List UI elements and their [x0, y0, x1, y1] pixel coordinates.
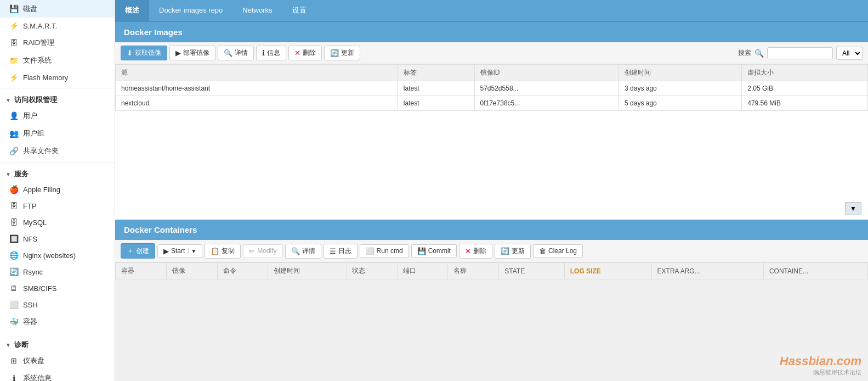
- refresh-image-button[interactable]: 🔄 更新: [324, 46, 360, 60]
- run-cmd-button[interactable]: ⬜ Run cmd: [360, 244, 409, 258]
- sidebar-item-nfs[interactable]: 🔲 NFS: [0, 231, 115, 247]
- sidebar-item-mysql[interactable]: 🗄 MySQL: [0, 214, 115, 231]
- deploy-image-button[interactable]: ▶ 部署镜像: [169, 46, 215, 60]
- rsync-icon: 🔄: [9, 267, 19, 276]
- sidebar-item-disk[interactable]: 💾 磁盘: [0, 0, 115, 18]
- col-state: STATE: [499, 263, 564, 279]
- refresh-icon: 🔄: [330, 49, 339, 57]
- start-container-button[interactable]: ▶ Start ▼: [157, 244, 202, 258]
- cell-virtualsize: 2.05 GiB: [742, 81, 868, 96]
- create-container-button[interactable]: ＋ 创建: [121, 243, 155, 259]
- sidebar-item-raid[interactable]: 🗄 RAID管理: [0, 34, 115, 52]
- divider-2: [0, 162, 115, 163]
- docker-containers-table: 容器 镜像 命令 创建时间 状态 端口 名称 STATE LOG SIZE EX…: [115, 262, 868, 279]
- copy-container-button[interactable]: 📋 复制: [205, 244, 241, 259]
- sidebar: 💾 磁盘 ⚡ S.M.A.R.T. 🗄 RAID管理 📁 文件系统 ⚡ Flas…: [0, 0, 115, 381]
- mysql-icon: 🗄: [9, 218, 19, 227]
- ftp-icon: 🗄: [9, 201, 19, 210]
- dashboard-icon: ⊞: [9, 356, 19, 365]
- log-icon: ☰: [330, 247, 336, 255]
- sidebar-item-filesystem[interactable]: 📁 文件系统: [0, 52, 115, 69]
- sidebar-group-services[interactable]: ▼ 服务: [0, 165, 115, 181]
- docker-images-table: 源 标签 镜像ID 创建时间 虚拟大小 homeassistant/home-a…: [115, 64, 868, 111]
- sidebar-group-diagnostics[interactable]: ▼ 诊断: [0, 335, 115, 352]
- search-select[interactable]: All: [836, 47, 863, 60]
- col-logsize: LOG SIZE: [564, 263, 651, 279]
- plus-icon: ＋: [127, 246, 134, 256]
- commit-button[interactable]: 💾 Commit: [411, 244, 457, 258]
- filesystem-icon: 📁: [9, 56, 19, 65]
- cell-imageid: 0f17e738c5...: [474, 96, 619, 111]
- collapse-area: ▼: [115, 132, 868, 220]
- docker-containers-header: Docker Containers: [115, 220, 868, 240]
- play-icon-2: ▶: [163, 247, 169, 255]
- search-input[interactable]: [767, 47, 833, 59]
- clear-log-button[interactable]: 🗑 Clear Log: [533, 244, 583, 258]
- dropdown-arrow-icon[interactable]: ▼: [188, 248, 196, 254]
- sidebar-item-flash-memory[interactable]: ⚡ Flash Memory: [0, 69, 115, 86]
- sidebar-item-user-groups[interactable]: 👥 用户组: [0, 125, 115, 142]
- docker-containers-section: Docker Containers ＋ 创建 ▶ Start ▼ 📋 复制 ✏: [115, 220, 868, 279]
- terminal-icon: ⬜: [366, 247, 375, 255]
- sidebar-item-shared-folder[interactable]: 🔗 共享文件夹: [0, 142, 115, 160]
- sidebar-group-access-control[interactable]: ▼ 访问权限管理: [0, 91, 115, 107]
- trash-icon: 🗑: [539, 247, 546, 255]
- delete-icon-2: ✕: [465, 247, 471, 255]
- col-ports: 端口: [397, 263, 448, 279]
- play-icon: ▶: [175, 49, 181, 57]
- sidebar-item-dashboard[interactable]: ⊞ 仪表盘: [0, 352, 115, 369]
- delete-image-button[interactable]: ✕ 删除: [288, 46, 322, 60]
- sidebar-item-smart[interactable]: ⚡ S.M.A.R.T.: [0, 18, 115, 34]
- table-row[interactable]: homeassistant/home-assistant latest 57d5…: [116, 81, 868, 96]
- sidebar-item-container[interactable]: 🐳 容器: [0, 313, 115, 330]
- tab-overview[interactable]: 概述: [115, 0, 149, 21]
- flash-icon: ⚡: [9, 73, 19, 82]
- col-container: 容器: [116, 263, 167, 279]
- col-created: 创建时间: [268, 263, 346, 279]
- main-panel: 概述 Docker images repo Networks 设置 Docker…: [115, 0, 868, 381]
- sidebar-item-sysinfo[interactable]: ℹ 系统信息: [0, 369, 115, 381]
- modify-container-button[interactable]: ✏ Modify: [243, 244, 282, 258]
- arrow-icon-3: ▼: [5, 342, 11, 348]
- tab-settings[interactable]: 设置: [282, 0, 316, 21]
- collapse-button[interactable]: ▼: [845, 202, 861, 215]
- col-status: 状态: [346, 263, 397, 279]
- docker-containers-toolbar: ＋ 创建 ▶ Start ▼ 📋 复制 ✏ Modify 🔍: [115, 240, 868, 262]
- col-name: 名称: [448, 263, 499, 279]
- sidebar-item-apple-filing[interactable]: 🍎 Apple Filing: [0, 181, 115, 198]
- arrow-icon-2: ▼: [5, 171, 11, 177]
- info-image-button[interactable]: ℹ 信息: [256, 46, 286, 60]
- detail-container-button[interactable]: 🔍 详情: [285, 244, 321, 259]
- sidebar-item-smb[interactable]: 🖥 SMB/CIFS: [0, 280, 115, 296]
- commit-icon: 💾: [417, 247, 426, 255]
- sidebar-item-users[interactable]: 👤 用户: [0, 107, 115, 125]
- tab-docker-images-repo[interactable]: Docker images repo: [149, 0, 232, 21]
- refresh-container-button[interactable]: 🔄 更新: [495, 244, 531, 259]
- sidebar-item-rsync[interactable]: 🔄 Rsync: [0, 264, 115, 280]
- delete-container-button[interactable]: ✕ 删除: [459, 244, 492, 259]
- col-imageid: 镜像ID: [474, 65, 619, 81]
- col-source: 源: [116, 65, 398, 81]
- pull-image-button[interactable]: ⬇ 获取镜像: [121, 46, 167, 60]
- sidebar-item-ftp[interactable]: 🗄 FTP: [0, 198, 115, 214]
- raid-icon: 🗄: [9, 38, 19, 47]
- cell-imageid: 57d52d558...: [474, 81, 619, 96]
- col-containerid: CONTAINE...: [763, 263, 867, 279]
- nfs-icon: 🔲: [9, 234, 19, 243]
- smb-icon: 🖥: [9, 284, 19, 293]
- search-icon-3: 🔍: [291, 247, 300, 255]
- table-row[interactable]: nextcloud latest 0f17e738c5... 5 days ag…: [116, 96, 868, 111]
- log-container-button[interactable]: ☰ 日志: [324, 244, 358, 259]
- tab-networks[interactable]: Networks: [232, 0, 282, 21]
- col-extraarg: EXTRA ARG...: [651, 263, 763, 279]
- info-icon: ℹ: [262, 49, 265, 57]
- delete-icon: ✕: [294, 49, 300, 57]
- cell-created: 5 days ago: [619, 96, 742, 111]
- sidebar-item-nginx[interactable]: 🌐 Nginx (websites): [0, 247, 115, 264]
- cell-tag: latest: [398, 96, 474, 111]
- search-area: 搜索 🔍 All: [738, 47, 863, 60]
- col-image: 镜像: [166, 263, 217, 279]
- sharedfolder-icon: 🔗: [9, 147, 19, 155]
- sidebar-item-ssh[interactable]: ⬜ SSH: [0, 296, 115, 313]
- detail-image-button[interactable]: 🔍 详情: [218, 46, 254, 60]
